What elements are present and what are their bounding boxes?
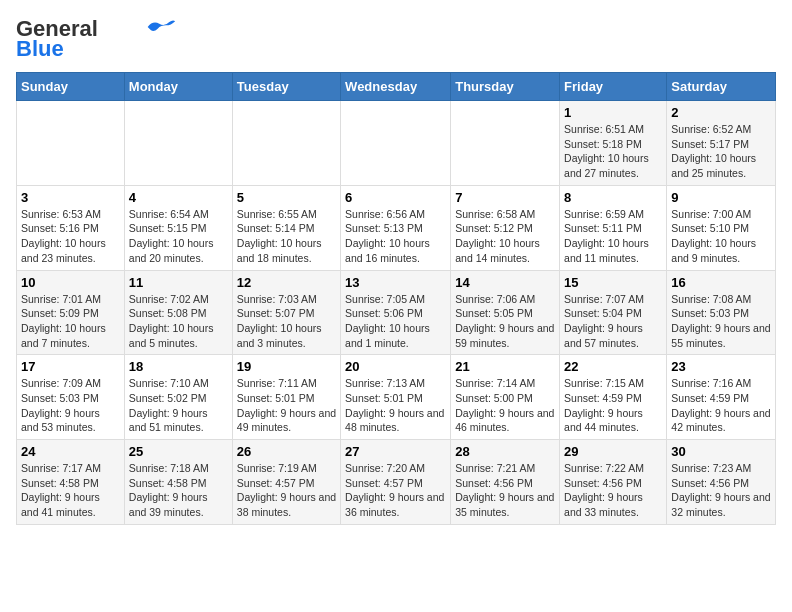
day-detail: Sunrise: 7:13 AM Sunset: 5:01 PM Dayligh…	[345, 376, 446, 435]
calendar-week-row: 24Sunrise: 7:17 AM Sunset: 4:58 PM Dayli…	[17, 440, 776, 525]
day-detail: Sunrise: 7:21 AM Sunset: 4:56 PM Dayligh…	[455, 461, 555, 520]
calendar-table: SundayMondayTuesdayWednesdayThursdayFrid…	[16, 72, 776, 525]
day-number: 27	[345, 444, 446, 459]
weekday-header-tuesday: Tuesday	[232, 73, 340, 101]
day-number: 20	[345, 359, 446, 374]
day-number: 19	[237, 359, 336, 374]
day-number: 2	[671, 105, 771, 120]
day-number: 16	[671, 275, 771, 290]
calendar-cell: 11Sunrise: 7:02 AM Sunset: 5:08 PM Dayli…	[124, 270, 232, 355]
calendar-week-row: 1Sunrise: 6:51 AM Sunset: 5:18 PM Daylig…	[17, 101, 776, 186]
day-detail: Sunrise: 7:06 AM Sunset: 5:05 PM Dayligh…	[455, 292, 555, 351]
day-detail: Sunrise: 7:17 AM Sunset: 4:58 PM Dayligh…	[21, 461, 120, 520]
calendar-cell: 29Sunrise: 7:22 AM Sunset: 4:56 PM Dayli…	[560, 440, 667, 525]
day-detail: Sunrise: 6:53 AM Sunset: 5:16 PM Dayligh…	[21, 207, 120, 266]
calendar-cell: 23Sunrise: 7:16 AM Sunset: 4:59 PM Dayli…	[667, 355, 776, 440]
calendar-cell: 30Sunrise: 7:23 AM Sunset: 4:56 PM Dayli…	[667, 440, 776, 525]
day-detail: Sunrise: 7:15 AM Sunset: 4:59 PM Dayligh…	[564, 376, 662, 435]
calendar-cell	[124, 101, 232, 186]
calendar-cell: 26Sunrise: 7:19 AM Sunset: 4:57 PM Dayli…	[232, 440, 340, 525]
day-detail: Sunrise: 6:58 AM Sunset: 5:12 PM Dayligh…	[455, 207, 555, 266]
weekday-header-friday: Friday	[560, 73, 667, 101]
calendar-cell: 20Sunrise: 7:13 AM Sunset: 5:01 PM Dayli…	[341, 355, 451, 440]
day-detail: Sunrise: 7:16 AM Sunset: 4:59 PM Dayligh…	[671, 376, 771, 435]
calendar-cell	[17, 101, 125, 186]
day-number: 14	[455, 275, 555, 290]
calendar-cell: 25Sunrise: 7:18 AM Sunset: 4:58 PM Dayli…	[124, 440, 232, 525]
calendar-cell: 27Sunrise: 7:20 AM Sunset: 4:57 PM Dayli…	[341, 440, 451, 525]
day-detail: Sunrise: 7:09 AM Sunset: 5:03 PM Dayligh…	[21, 376, 120, 435]
day-number: 23	[671, 359, 771, 374]
weekday-header-saturday: Saturday	[667, 73, 776, 101]
calendar-cell: 21Sunrise: 7:14 AM Sunset: 5:00 PM Dayli…	[451, 355, 560, 440]
calendar-cell: 19Sunrise: 7:11 AM Sunset: 5:01 PM Dayli…	[232, 355, 340, 440]
calendar-week-row: 17Sunrise: 7:09 AM Sunset: 5:03 PM Dayli…	[17, 355, 776, 440]
day-detail: Sunrise: 7:00 AM Sunset: 5:10 PM Dayligh…	[671, 207, 771, 266]
day-number: 28	[455, 444, 555, 459]
day-number: 29	[564, 444, 662, 459]
day-number: 21	[455, 359, 555, 374]
calendar-cell: 7Sunrise: 6:58 AM Sunset: 5:12 PM Daylig…	[451, 185, 560, 270]
day-number: 3	[21, 190, 120, 205]
calendar-cell: 6Sunrise: 6:56 AM Sunset: 5:13 PM Daylig…	[341, 185, 451, 270]
page-header: General Blue	[16, 16, 776, 62]
day-detail: Sunrise: 7:07 AM Sunset: 5:04 PM Dayligh…	[564, 292, 662, 351]
day-number: 9	[671, 190, 771, 205]
day-number: 17	[21, 359, 120, 374]
logo-bird-icon	[146, 18, 176, 36]
weekday-header-sunday: Sunday	[17, 73, 125, 101]
day-detail: Sunrise: 7:14 AM Sunset: 5:00 PM Dayligh…	[455, 376, 555, 435]
calendar-cell: 4Sunrise: 6:54 AM Sunset: 5:15 PM Daylig…	[124, 185, 232, 270]
calendar-cell: 3Sunrise: 6:53 AM Sunset: 5:16 PM Daylig…	[17, 185, 125, 270]
calendar-week-row: 3Sunrise: 6:53 AM Sunset: 5:16 PM Daylig…	[17, 185, 776, 270]
weekday-header-thursday: Thursday	[451, 73, 560, 101]
calendar-cell: 22Sunrise: 7:15 AM Sunset: 4:59 PM Dayli…	[560, 355, 667, 440]
day-detail: Sunrise: 7:11 AM Sunset: 5:01 PM Dayligh…	[237, 376, 336, 435]
weekday-header-row: SundayMondayTuesdayWednesdayThursdayFrid…	[17, 73, 776, 101]
calendar-cell: 8Sunrise: 6:59 AM Sunset: 5:11 PM Daylig…	[560, 185, 667, 270]
day-detail: Sunrise: 6:59 AM Sunset: 5:11 PM Dayligh…	[564, 207, 662, 266]
day-detail: Sunrise: 7:23 AM Sunset: 4:56 PM Dayligh…	[671, 461, 771, 520]
day-number: 25	[129, 444, 228, 459]
day-number: 13	[345, 275, 446, 290]
day-number: 7	[455, 190, 555, 205]
calendar-cell: 12Sunrise: 7:03 AM Sunset: 5:07 PM Dayli…	[232, 270, 340, 355]
day-number: 18	[129, 359, 228, 374]
calendar-week-row: 10Sunrise: 7:01 AM Sunset: 5:09 PM Dayli…	[17, 270, 776, 355]
day-detail: Sunrise: 6:52 AM Sunset: 5:17 PM Dayligh…	[671, 122, 771, 181]
day-detail: Sunrise: 7:01 AM Sunset: 5:09 PM Dayligh…	[21, 292, 120, 351]
day-number: 26	[237, 444, 336, 459]
calendar-cell	[341, 101, 451, 186]
day-number: 15	[564, 275, 662, 290]
calendar-cell: 2Sunrise: 6:52 AM Sunset: 5:17 PM Daylig…	[667, 101, 776, 186]
calendar-cell: 18Sunrise: 7:10 AM Sunset: 5:02 PM Dayli…	[124, 355, 232, 440]
calendar-cell: 13Sunrise: 7:05 AM Sunset: 5:06 PM Dayli…	[341, 270, 451, 355]
day-detail: Sunrise: 7:10 AM Sunset: 5:02 PM Dayligh…	[129, 376, 228, 435]
day-number: 6	[345, 190, 446, 205]
day-number: 30	[671, 444, 771, 459]
day-number: 4	[129, 190, 228, 205]
logo: General Blue	[16, 16, 176, 62]
calendar-cell: 5Sunrise: 6:55 AM Sunset: 5:14 PM Daylig…	[232, 185, 340, 270]
day-detail: Sunrise: 7:05 AM Sunset: 5:06 PM Dayligh…	[345, 292, 446, 351]
day-detail: Sunrise: 7:18 AM Sunset: 4:58 PM Dayligh…	[129, 461, 228, 520]
weekday-header-wednesday: Wednesday	[341, 73, 451, 101]
calendar-cell: 9Sunrise: 7:00 AM Sunset: 5:10 PM Daylig…	[667, 185, 776, 270]
logo-blue: Blue	[16, 36, 64, 62]
day-detail: Sunrise: 6:51 AM Sunset: 5:18 PM Dayligh…	[564, 122, 662, 181]
day-number: 24	[21, 444, 120, 459]
calendar-cell	[232, 101, 340, 186]
day-detail: Sunrise: 7:19 AM Sunset: 4:57 PM Dayligh…	[237, 461, 336, 520]
weekday-header-monday: Monday	[124, 73, 232, 101]
calendar-cell: 24Sunrise: 7:17 AM Sunset: 4:58 PM Dayli…	[17, 440, 125, 525]
day-detail: Sunrise: 6:55 AM Sunset: 5:14 PM Dayligh…	[237, 207, 336, 266]
day-detail: Sunrise: 6:54 AM Sunset: 5:15 PM Dayligh…	[129, 207, 228, 266]
calendar-cell: 16Sunrise: 7:08 AM Sunset: 5:03 PM Dayli…	[667, 270, 776, 355]
calendar-cell: 10Sunrise: 7:01 AM Sunset: 5:09 PM Dayli…	[17, 270, 125, 355]
day-number: 11	[129, 275, 228, 290]
calendar-cell: 1Sunrise: 6:51 AM Sunset: 5:18 PM Daylig…	[560, 101, 667, 186]
day-number: 12	[237, 275, 336, 290]
day-number: 1	[564, 105, 662, 120]
calendar-cell: 17Sunrise: 7:09 AM Sunset: 5:03 PM Dayli…	[17, 355, 125, 440]
calendar-cell: 14Sunrise: 7:06 AM Sunset: 5:05 PM Dayli…	[451, 270, 560, 355]
